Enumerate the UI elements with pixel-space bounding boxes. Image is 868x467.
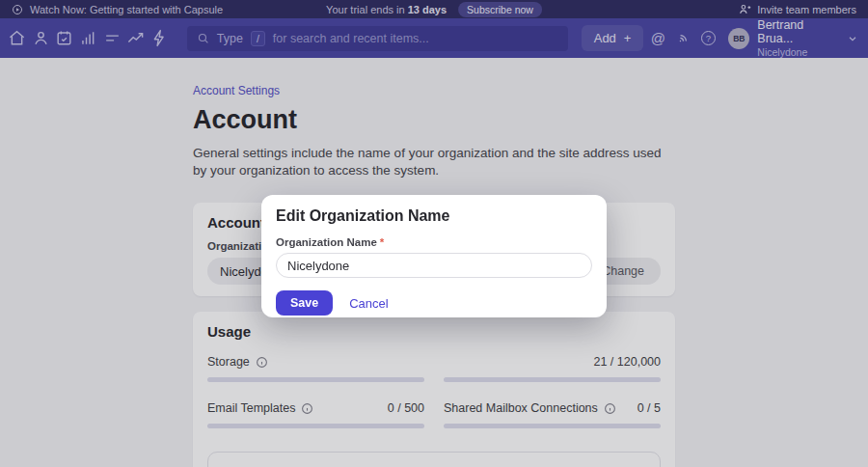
organization-name-input[interactable] <box>276 253 592 278</box>
modal-title: Edit Organization Name <box>276 207 592 225</box>
save-button[interactable]: Save <box>276 290 333 316</box>
modal-field-label: Organization Name <box>276 236 377 248</box>
cancel-button[interactable]: Cancel <box>349 296 388 311</box>
edit-organization-name-modal: Edit Organization Name Organization Name… <box>261 195 607 317</box>
required-marker: * <box>380 236 384 248</box>
